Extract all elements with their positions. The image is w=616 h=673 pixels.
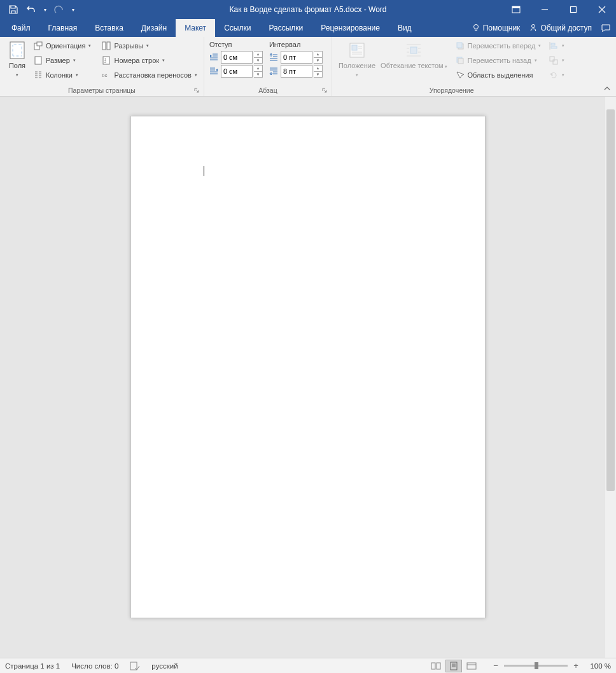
launcher-icon bbox=[193, 87, 200, 94]
tab-file[interactable]: Файл bbox=[3, 19, 39, 37]
align-icon bbox=[549, 41, 559, 51]
hyphenation-label: Расстановка переносов bbox=[114, 71, 191, 79]
spell-check-status[interactable] bbox=[130, 662, 140, 670]
orientation-button[interactable]: Ориентация▾ bbox=[31, 39, 94, 53]
page-number-status[interactable]: Страница 1 из 1 bbox=[5, 662, 60, 670]
columns-button[interactable]: Колонки▾ bbox=[31, 68, 94, 82]
close-button[interactable] bbox=[587, 0, 616, 19]
tab-layout[interactable]: Макет bbox=[176, 19, 215, 37]
svg-rect-70 bbox=[467, 663, 476, 669]
margins-button[interactable]: Поля▾ bbox=[4, 39, 31, 79]
space-after-input[interactable] bbox=[281, 65, 312, 78]
svg-text:bc: bc bbox=[102, 73, 107, 78]
position-button[interactable]: Положение▾ bbox=[336, 39, 378, 79]
svg-rect-65 bbox=[437, 663, 440, 669]
tab-home[interactable]: Главная bbox=[39, 19, 87, 37]
language-status[interactable]: русский bbox=[151, 662, 178, 670]
position-label: Положение bbox=[339, 62, 375, 69]
indent-right-icon bbox=[209, 66, 219, 76]
indent-left-button[interactable] bbox=[208, 52, 220, 63]
vertical-scrollbar[interactable] bbox=[605, 97, 616, 658]
word-count-status[interactable]: Число слов: 0 bbox=[71, 662, 118, 670]
svg-rect-64 bbox=[431, 663, 435, 669]
tab-design[interactable]: Дизайн bbox=[132, 19, 176, 37]
zoom-slider-thumb[interactable] bbox=[535, 662, 538, 669]
indent-right-button[interactable] bbox=[208, 66, 220, 77]
space-after-spinner[interactable]: ▲▼ bbox=[314, 65, 323, 78]
selection-pane-label: Область выделения bbox=[468, 71, 533, 79]
scrollbar-thumb[interactable] bbox=[606, 109, 615, 491]
space-before-button[interactable] bbox=[268, 52, 279, 63]
read-mode-button[interactable] bbox=[428, 660, 444, 672]
svg-rect-60 bbox=[551, 46, 557, 48]
svg-rect-1 bbox=[512, 6, 520, 8]
selection-pane-button[interactable]: Область выделения bbox=[452, 68, 544, 82]
orientation-label: Ориентация bbox=[46, 42, 85, 50]
save-button[interactable] bbox=[5, 1, 22, 18]
size-button[interactable]: Размер▾ bbox=[31, 53, 94, 67]
svg-rect-61 bbox=[550, 57, 554, 61]
rotate-button[interactable]: ▾ bbox=[546, 68, 567, 82]
tell-me-button[interactable]: Помощник bbox=[472, 24, 521, 32]
minimize-icon bbox=[541, 6, 549, 13]
group-paragraph: Отступ ▲▼ ▲▼ Интервал ▲▼ bbox=[204, 37, 332, 96]
orientation-icon bbox=[33, 41, 43, 51]
collapse-ribbon-button[interactable] bbox=[602, 83, 612, 94]
undo-dropdown[interactable]: ▾ bbox=[41, 1, 50, 18]
tab-insert[interactable]: Вставка bbox=[86, 19, 132, 37]
maximize-icon bbox=[570, 6, 577, 13]
line-numbers-button[interactable]: 12 Номера строк▾ bbox=[99, 53, 199, 67]
tab-review[interactable]: Рецензирование bbox=[312, 19, 389, 37]
web-layout-button[interactable] bbox=[463, 660, 480, 672]
space-after-button[interactable] bbox=[268, 66, 279, 77]
document-page[interactable] bbox=[130, 116, 486, 618]
zoom-out-button[interactable]: − bbox=[491, 662, 500, 670]
lightbulb-icon bbox=[472, 24, 480, 32]
zoom-in-button[interactable]: + bbox=[571, 662, 580, 670]
group-icon bbox=[549, 55, 559, 66]
svg-rect-55 bbox=[457, 43, 462, 48]
maximize-button[interactable] bbox=[559, 0, 587, 19]
share-button[interactable]: Общий доступ bbox=[529, 24, 592, 32]
redo-icon bbox=[54, 4, 64, 15]
group-paragraph-label: Абзац bbox=[258, 87, 277, 94]
send-backward-button[interactable]: Переместить назад▾ bbox=[452, 53, 544, 67]
hyphenation-icon: bc bbox=[101, 70, 111, 80]
redo-button[interactable] bbox=[51, 1, 67, 18]
undo-button[interactable] bbox=[23, 1, 39, 18]
breaks-label: Разрывы bbox=[114, 42, 143, 50]
margins-label: Поля bbox=[9, 62, 25, 69]
close-icon bbox=[598, 6, 606, 13]
zoom-level[interactable]: 100 % bbox=[584, 662, 611, 670]
space-before-spinner[interactable]: ▲▼ bbox=[314, 51, 323, 64]
indent-left-input[interactable] bbox=[221, 51, 253, 64]
qat-customize[interactable]: ▾ bbox=[69, 1, 78, 18]
tab-references[interactable]: Ссылки bbox=[215, 19, 260, 37]
breaks-button[interactable]: Разрывы▾ bbox=[99, 39, 199, 53]
indent-right-spinner[interactable]: ▲▼ bbox=[254, 65, 263, 78]
space-after-icon bbox=[269, 66, 279, 76]
tab-view[interactable]: Вид bbox=[389, 19, 421, 37]
print-layout-button[interactable] bbox=[445, 660, 462, 672]
ribbon-display-options[interactable] bbox=[501, 0, 530, 19]
page-setup-launcher[interactable] bbox=[193, 87, 201, 95]
hyphenation-button[interactable]: bc Расстановка переносов▾ bbox=[99, 68, 199, 82]
align-button[interactable]: ▾ bbox=[546, 39, 567, 53]
selection-pane-icon bbox=[455, 70, 465, 80]
bring-forward-button[interactable]: Переместить вперед▾ bbox=[452, 39, 544, 53]
chat-icon bbox=[601, 23, 611, 33]
bring-forward-label: Переместить вперед bbox=[468, 42, 536, 50]
space-before-input[interactable] bbox=[281, 51, 312, 64]
comments-button[interactable] bbox=[601, 23, 611, 33]
group-objects-button[interactable]: ▾ bbox=[546, 53, 567, 67]
svg-rect-47 bbox=[410, 47, 417, 53]
indent-left-spinner[interactable]: ▲▼ bbox=[254, 51, 263, 64]
paragraph-launcher[interactable] bbox=[321, 87, 329, 95]
columns-label: Колонки bbox=[46, 71, 73, 79]
minimize-button[interactable] bbox=[530, 0, 559, 19]
ribbon-options-icon bbox=[512, 5, 521, 14]
tab-mailings[interactable]: Рассылки bbox=[260, 19, 312, 37]
indent-right-input[interactable] bbox=[221, 65, 253, 78]
zoom-slider[interactable] bbox=[504, 665, 568, 667]
wrap-text-button[interactable]: Обтекание текстом ▾ bbox=[378, 39, 449, 71]
